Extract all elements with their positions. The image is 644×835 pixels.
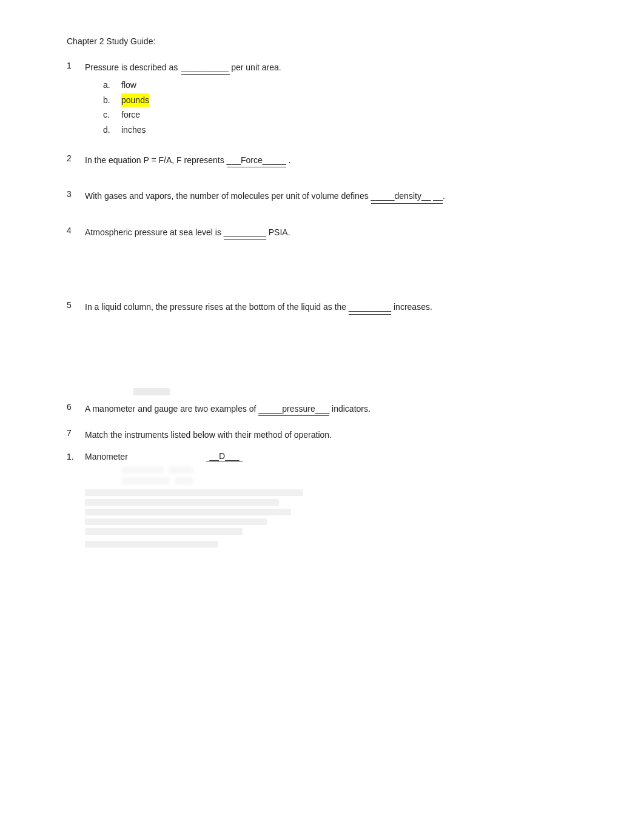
match-blurred-items [103, 466, 577, 485]
q6-blank: _____pressure___ [258, 402, 329, 416]
answer-a-label: a. [103, 78, 121, 92]
q4-text-after: PSIA. [266, 227, 290, 237]
answer-a-text: flow [121, 78, 136, 92]
q6-text-after: indicators. [329, 404, 371, 414]
question-6: 6 A manometer and gauge are two examples… [67, 402, 577, 416]
answer-c: c. force [103, 108, 577, 121]
match-section: 1. Manometer __D___ [67, 451, 577, 548]
q4-text-before: Atmospheric pressure at sea level is [85, 227, 224, 237]
q4-text: Atmospheric pressure at sea level is ___… [85, 226, 290, 240]
q2-text-after: . [286, 155, 291, 165]
answer-d-label: d. [103, 123, 121, 136]
q4-blank: _________ [224, 226, 266, 240]
q2-text-before: In the equation P = F/A, F represents [85, 155, 227, 165]
page-title: Chapter 2 Study Guide: [67, 36, 577, 46]
question-5: 5 In a liquid column, the pressure rises… [67, 300, 577, 314]
blurred-text-block-2 [67, 541, 577, 548]
q1-blank: __________ [181, 61, 230, 75]
q2-text: In the equation P = F/A, F represents __… [85, 153, 290, 167]
q6-text-before: A manometer and gauge are two examples o… [85, 404, 258, 414]
q7-text: Match the instruments listed below with … [85, 428, 332, 441]
q1-answer-list: a. flow b. pounds c. force d. inches [103, 78, 577, 136]
answer-d: d. inches [103, 123, 577, 136]
q1-text-before: Pressure is described as [85, 62, 180, 72]
q3-number: 3 [67, 189, 85, 199]
match-1-num: 1. [67, 452, 85, 461]
blurred-element-top [133, 387, 577, 397]
answer-b-text: pounds [121, 93, 149, 107]
question-2: 2 In the equation P = F/A, F represents … [67, 153, 577, 167]
q1-text: Pressure is described as __________ per … [85, 61, 281, 75]
question-4: 4 Atmospheric pressure at sea level is _… [67, 226, 577, 240]
q1-text-after: per unit area. [231, 62, 281, 72]
question-7: 7 Match the instruments listed below wit… [67, 428, 577, 441]
q6-text: A manometer and gauge are two examples o… [85, 402, 371, 416]
match-item-1: 1. Manometer __D___ [67, 451, 577, 461]
q6-number: 6 [67, 402, 85, 412]
q5-text-before: In a liquid column, the pressure rises a… [85, 302, 349, 312]
match-1-answer: __D___ [206, 451, 243, 461]
answer-c-text: force [121, 108, 140, 121]
answer-d-text: inches [121, 123, 146, 136]
q3-text-after: . [443, 191, 445, 201]
q2-blank: ___Force_____ [227, 153, 286, 167]
q5-number: 5 [67, 300, 85, 310]
answer-b-label: b. [103, 93, 121, 107]
q4-number: 4 [67, 226, 85, 235]
answer-c-label: c. [103, 108, 121, 121]
answer-a: a. flow [103, 78, 577, 92]
q2-number: 2 [67, 153, 85, 163]
q5-text-after: increases. [391, 302, 432, 312]
blurred-text-block-1 [85, 489, 577, 535]
q7-number: 7 [67, 428, 85, 438]
q5-blank: _________ [349, 300, 391, 314]
q3-blank: _____density__ __ [371, 189, 443, 203]
q3-text: With gases and vapors, the number of mol… [85, 189, 445, 203]
q1-number: 1 [67, 61, 85, 70]
q3-text-before: With gases and vapors, the number of mol… [85, 191, 371, 201]
answer-b: b. pounds [103, 93, 577, 107]
match-1-name: Manometer [85, 452, 206, 461]
question-3: 3 With gases and vapors, the number of m… [67, 189, 577, 203]
question-1: 1 Pressure is described as __________ pe… [67, 61, 577, 136]
q5-text: In a liquid column, the pressure rises a… [85, 300, 432, 314]
